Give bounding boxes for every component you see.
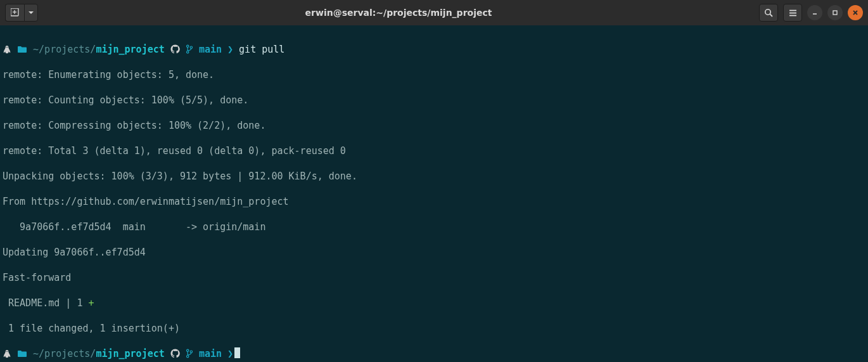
github-icon — [170, 44, 180, 55]
minimize-button[interactable] — [807, 5, 822, 20]
plus-icon — [11, 8, 20, 17]
maximize-icon — [832, 10, 838, 16]
output-line: Fast-forward — [3, 271, 865, 284]
svg-point-14 — [186, 45, 188, 47]
close-icon — [852, 10, 858, 16]
prompt-arrow: ❯ — [227, 348, 233, 359]
output-line: 1 file changed, 1 insertion(+) — [3, 322, 865, 335]
menu-button[interactable] — [783, 4, 802, 22]
search-button[interactable] — [759, 4, 778, 22]
output-line: remote: Compressing objects: 100% (2/2),… — [3, 119, 865, 132]
path-prefix: ~/projects/ — [33, 44, 96, 55]
cursor — [234, 347, 240, 358]
github-icon — [170, 348, 180, 359]
folder-icon — [17, 44, 27, 55]
output-line: remote: Counting objects: 100% (5/5), do… — [3, 94, 865, 107]
prompt-line-2: ~/projects/mijn_project main ❯ — [3, 347, 865, 360]
hamburger-icon — [788, 8, 798, 18]
close-button[interactable] — [848, 5, 863, 20]
output-line: README.md | 1 + — [3, 297, 865, 309]
prompt-line-1: ~/projects/mijn_project main ❯ git pull — [3, 43, 865, 56]
svg-point-21 — [190, 351, 192, 352]
svg-point-19 — [186, 349, 188, 351]
search-icon — [764, 8, 774, 18]
svg-point-17 — [6, 351, 6, 352]
prompt-arrow: ❯ — [227, 44, 233, 55]
penguin-icon — [3, 348, 11, 359]
window-controls — [759, 4, 863, 22]
new-tab-button[interactable] — [5, 4, 24, 22]
svg-line-4 — [770, 14, 772, 16]
diffstat-file: README.md | 1 — [3, 297, 88, 309]
chevron-down-icon — [28, 10, 34, 16]
svg-point-18 — [8, 351, 8, 352]
svg-point-12 — [6, 47, 6, 48]
command-text: git pull — [239, 44, 284, 55]
folder-icon — [17, 348, 27, 359]
output-line: Updating 9a7066f..ef7d5d4 — [3, 246, 865, 259]
output-line: From https://github.com/erwinmatijsen/mi… — [3, 195, 865, 208]
path-leaf: mijn_project — [96, 348, 164, 359]
branch-icon — [186, 348, 193, 359]
output-line: 9a7066f..ef7d5d4 main -> origin/main — [3, 221, 865, 233]
svg-rect-9 — [833, 11, 837, 15]
path-prefix: ~/projects/ — [33, 348, 96, 359]
svg-point-3 — [765, 9, 770, 14]
window-title: erwin@serval:~/projects/mijn_project — [38, 8, 759, 18]
maximize-button[interactable] — [827, 5, 843, 20]
svg-point-16 — [190, 46, 192, 48]
diffstat-plus: + — [88, 297, 94, 309]
branch-name: main — [199, 348, 222, 359]
svg-point-15 — [186, 51, 188, 53]
svg-point-13 — [8, 47, 8, 48]
path-leaf: mijn_project — [96, 44, 164, 55]
minimize-icon — [812, 10, 818, 16]
tab-dropdown-button[interactable] — [24, 4, 38, 22]
tab-controls — [5, 4, 38, 22]
output-line: Unpacking objects: 100% (3/3), 912 bytes… — [3, 170, 865, 183]
output-line: remote: Enumerating objects: 5, done. — [3, 68, 865, 81]
svg-point-20 — [186, 356, 188, 358]
output-line: remote: Total 3 (delta 1), reused 0 (del… — [3, 145, 865, 157]
penguin-icon — [3, 44, 11, 55]
titlebar: erwin@serval:~/projects/mijn_project — [0, 0, 868, 25]
branch-icon — [186, 44, 193, 55]
branch-name: main — [199, 44, 222, 55]
terminal-output-area[interactable]: ~/projects/mijn_project main ❯ git pull … — [0, 25, 868, 362]
